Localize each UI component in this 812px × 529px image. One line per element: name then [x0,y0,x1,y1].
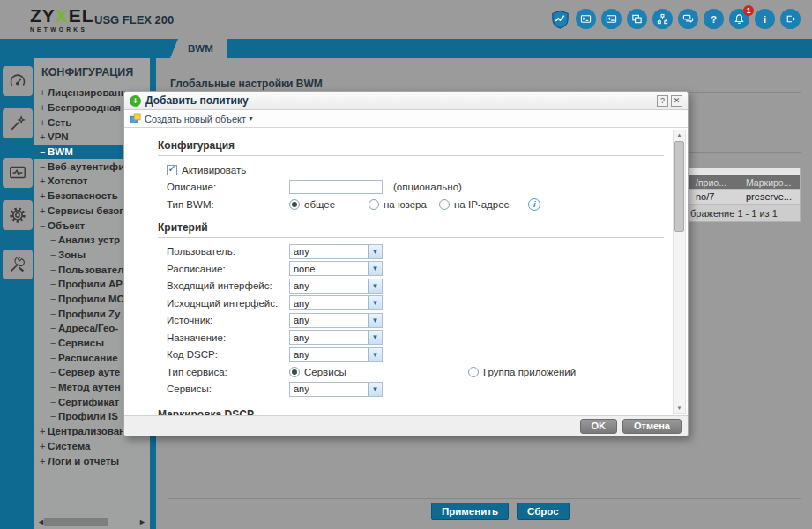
expand-toggle-icon[interactable]: + [40,205,48,216]
sidebar-item[interactable]: + Логи и отчеты [34,453,150,468]
expand-toggle-icon[interactable]: − [50,411,58,421]
securereporter-shield-icon[interactable] [550,9,570,29]
sidebar-item-label: Расписание [58,353,118,363]
scroll-up-icon[interactable]: ▲ [674,132,685,138]
sidebar-item-label: Логи и отчеты [48,456,119,466]
sidebar-item-label: Хотспот [48,175,87,186]
radio-app-group[interactable] [468,367,479,377]
expand-toggle-icon[interactable]: − [50,279,58,289]
monitor-pulse-icon[interactable] [3,158,33,188]
dropdown-select[interactable]: any ▼ [289,347,383,362]
expand-toggle-icon[interactable]: + [40,175,48,186]
dashboard-gauge-icon[interactable] [3,66,33,96]
expand-toggle-icon[interactable]: + [40,131,48,142]
sidebar-item[interactable]: + Система [34,439,150,454]
dropdown-select[interactable]: any ▼ [289,382,383,397]
expand-toggle-icon[interactable]: − [50,338,58,348]
expand-toggle-icon[interactable]: − [50,382,58,392]
sidebar-horizontal-scrollbar[interactable]: ◄ ► [35,517,148,527]
dialog-vertical-scrollbar[interactable]: ▲ ▼ [673,130,686,414]
expand-toggle-icon[interactable]: − [50,367,58,377]
windows-stack-icon[interactable] [627,9,647,29]
expand-toggle-icon[interactable]: + [40,102,48,113]
dialog-titlebar[interactable]: + Добавить политику ? ✕ [124,92,688,110]
expand-toggle-icon[interactable]: + [40,190,48,201]
tab-bwm[interactable]: BWM [170,39,227,58]
expand-toggle-icon[interactable]: − [40,161,48,172]
dropdown-select[interactable]: any ▼ [289,313,383,328]
scroll-right-icon[interactable]: ► [138,518,146,526]
logout-icon[interactable] [780,9,801,29]
scrollbar-thumb[interactable] [674,141,684,232]
expand-toggle-icon[interactable]: − [50,309,58,319]
cli-terminal-icon[interactable] [576,9,596,29]
expand-toggle-icon[interactable]: − [50,235,58,245]
cancel-button[interactable]: Отмена [622,419,682,434]
expand-toggle-icon[interactable]: + [40,441,48,451]
dropdown-select[interactable]: any ▼ [289,330,383,345]
expand-toggle-icon[interactable]: + [40,456,48,466]
activate-checkbox[interactable] [167,165,177,175]
criteria-row: Источник: any ▼ [158,312,664,330]
maintenance-tools-icon[interactable] [3,250,33,279]
notification-bell-icon[interactable]: 1 [729,9,749,29]
expand-toggle-icon[interactable]: − [50,353,58,363]
radio-per-ip[interactable] [439,199,450,210]
expand-toggle-icon[interactable]: + [40,87,48,98]
web-console-icon[interactable] [601,9,622,29]
expand-toggle-icon[interactable]: − [50,294,58,304]
criteria-row: Входящий интерфейс: any ▼ [158,278,664,295]
chevron-down-icon[interactable]: ▼ [368,245,382,258]
radio-shared[interactable] [289,199,300,210]
sidebar-item-label: Анализ устр [58,235,120,245]
configuration-gear-icon[interactable] [3,200,33,230]
scrollbar-thumb[interactable] [44,518,108,526]
expand-toggle-icon[interactable]: − [50,264,58,275]
dialog-close-icon[interactable]: ✕ [671,95,682,107]
radio-services[interactable] [289,367,300,377]
sidebar-item-label: Веб-аутентифи [48,161,124,172]
wizard-wand-icon[interactable] [3,108,33,138]
chevron-down-icon[interactable]: ▼ [368,262,382,275]
ok-button[interactable]: OK [580,419,618,434]
criteria-row: Код DSCP: any ▼ [158,346,664,364]
notification-badge: 1 [743,5,754,16]
sidebar-item-label: Зоны [58,250,86,260]
chevron-down-icon[interactable]: ▼ [248,115,254,122]
chevron-down-icon[interactable]: ▼ [368,383,382,396]
expand-toggle-icon[interactable]: + [40,426,48,436]
dialog-footer: OK Отмена [124,415,688,436]
forum-chat-icon[interactable] [678,9,698,29]
expand-toggle-icon[interactable]: − [50,397,58,407]
column-header[interactable]: /прио... [696,177,726,188]
dropdown-select[interactable]: any ▼ [289,244,383,259]
apply-button[interactable]: Применить [431,503,509,520]
info-icon[interactable]: i [528,198,540,211]
expand-toggle-icon[interactable]: − [40,146,48,157]
expand-toggle-icon[interactable]: − [40,220,48,231]
chevron-down-icon[interactable]: ▼ [368,279,382,293]
scroll-down-icon[interactable]: ▼ [674,406,685,411]
chevron-down-icon[interactable]: ▼ [368,314,382,327]
about-info-icon[interactable]: i [755,9,775,29]
dropdown-select[interactable]: none ▼ [289,261,383,276]
create-new-object-button[interactable]: Создать новый объект [145,114,246,124]
expand-toggle-icon[interactable]: − [50,250,58,260]
chevron-down-icon[interactable]: ▼ [368,296,382,309]
expand-toggle-icon[interactable]: + [40,117,48,128]
expand-toggle-icon[interactable]: − [50,323,58,333]
description-input[interactable] [289,180,383,194]
dropdown-value: any [290,246,368,257]
dropdown-select[interactable]: any ▼ [289,295,383,310]
radio-per-user[interactable] [369,199,379,210]
cell-dscp-marking: preserve... [746,191,792,202]
dropdown-select[interactable]: any ▼ [289,279,383,294]
topology-icon[interactable] [652,9,673,29]
help-icon[interactable]: ? [704,9,724,29]
sidebar-item-label: Профили AP [58,279,123,289]
dialog-help-button[interactable]: ? [657,95,668,107]
chevron-down-icon[interactable]: ▼ [368,348,382,361]
reset-button[interactable]: Сброс [517,503,570,520]
column-header[interactable]: Маркиро... [746,177,791,188]
chevron-down-icon[interactable]: ▼ [368,331,382,344]
